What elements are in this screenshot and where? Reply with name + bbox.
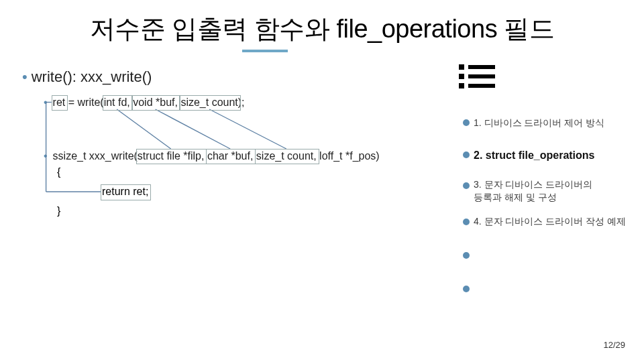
highlight-box — [131, 95, 180, 111]
outline-dot-icon — [463, 152, 470, 158]
list-icon — [459, 64, 495, 91]
slide: 저수준 입출력 함수와 file_operations 필드 •write():… — [0, 0, 644, 362]
highlight-box — [103, 95, 133, 111]
svg-line-2 — [209, 109, 286, 149]
outline-dot-icon — [463, 286, 470, 292]
outline-dot-icon — [463, 119, 470, 126]
bullet-dot-icon: • — [44, 150, 48, 162]
outline-item-2: 2. struct file_operations — [474, 148, 595, 163]
outline-item-1: 1. 디바이스 드라이버 제어 방식 — [474, 117, 604, 129]
main-bullet: •write(): xxx_write() — [22, 68, 152, 86]
highlight-box — [101, 184, 151, 200]
txt: ssize_t xxx_write( — [53, 150, 138, 162]
svg-line-0 — [117, 109, 170, 149]
txt: = write( — [65, 97, 103, 108]
highlight-box — [52, 95, 68, 111]
outline-connector-line — [466, 106, 467, 300]
page-number: 12/29 — [603, 340, 625, 350]
title-underline — [242, 50, 288, 52]
outline-dot-icon — [463, 182, 470, 189]
highlight-box — [179, 95, 240, 111]
bullet-dot-icon: • — [44, 97, 48, 108]
highlight-box — [136, 149, 207, 164]
highlight-box — [206, 149, 256, 164]
highlight-box — [255, 149, 319, 164]
txt: loff_t *f_pos) — [317, 150, 380, 162]
outline-item-4: 4. 문자 디바이스 드라이버 작성 예제 — [474, 215, 626, 228]
brace-open: { — [57, 166, 60, 178]
svg-line-1 — [156, 109, 231, 149]
outline-dot-icon — [463, 219, 470, 225]
brace-close: } — [57, 205, 60, 217]
main-bullet-text: write(): xxx_write() — [32, 68, 152, 85]
slide-title: 저수준 입출력 함수와 file_operations 필드 — [0, 12, 644, 46]
bullet-dot-icon: • — [22, 68, 28, 85]
outline-dot-icon — [463, 252, 470, 259]
outline-item-3: 3. 문자 디바이스 드라이버의 등록과 해제 및 구성 — [474, 178, 592, 204]
